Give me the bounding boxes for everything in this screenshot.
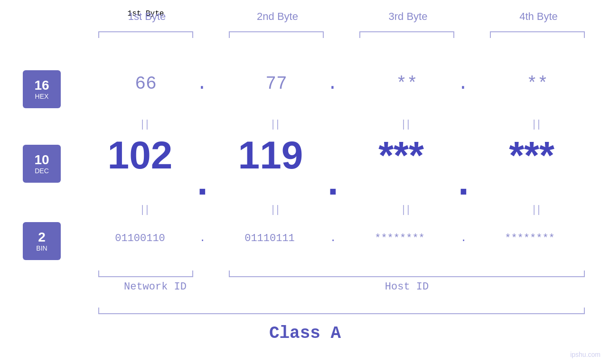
watermark: ipshu.com bbox=[570, 351, 601, 358]
network-id-label: Network ID bbox=[98, 281, 212, 293]
dec-dot1: . bbox=[197, 159, 208, 204]
network-id-bracket bbox=[98, 271, 193, 277]
bin-dot3: . bbox=[460, 233, 467, 244]
equals5: || bbox=[98, 203, 193, 215]
equals4: || bbox=[490, 118, 585, 130]
class-label: Class A bbox=[0, 324, 610, 343]
dec-byte1: 102 bbox=[88, 133, 192, 177]
bin-badge: 2 BIN bbox=[23, 222, 61, 260]
hex-dot3: . bbox=[458, 74, 469, 94]
equals3: || bbox=[359, 118, 454, 130]
bin-badge-number: 2 bbox=[38, 230, 46, 245]
hex-byte1: 66 bbox=[98, 74, 193, 94]
full-bottom-bracket bbox=[98, 308, 585, 314]
hex-badge-name: HEX bbox=[35, 93, 49, 100]
hex-badge: 16 HEX bbox=[23, 70, 61, 108]
bin-byte1: 01100110 bbox=[83, 233, 197, 244]
hex-dot2: . bbox=[327, 74, 338, 94]
equals1: || bbox=[98, 118, 193, 130]
byte1-top-bracket bbox=[98, 31, 193, 38]
host-id-bracket bbox=[229, 271, 585, 277]
byte2-top-bracket bbox=[229, 31, 324, 38]
hex-byte2: 77 bbox=[229, 74, 324, 94]
hex-dot1: . bbox=[197, 74, 207, 94]
byte1-header-label: 1st Byte bbox=[98, 10, 196, 23]
dec-byte2: 119 bbox=[218, 133, 323, 177]
dec-dot2: . bbox=[328, 159, 338, 204]
bin-byte3: ******** bbox=[343, 233, 457, 244]
byte2-header-label: 2nd Byte bbox=[229, 10, 326, 23]
dec-byte4: *** bbox=[479, 133, 584, 177]
bin-byte4: ******** bbox=[473, 233, 587, 244]
equals8: || bbox=[490, 203, 585, 215]
dec-badge-name: DEC bbox=[35, 167, 49, 175]
bin-dot1: . bbox=[199, 233, 206, 244]
byte3-header-label: 3rd Byte bbox=[359, 10, 457, 23]
hex-byte4: ** bbox=[490, 74, 585, 94]
hex-byte3: ** bbox=[359, 74, 454, 94]
bin-byte2: 01110111 bbox=[213, 233, 327, 244]
equals2: || bbox=[229, 118, 324, 130]
equals6: || bbox=[229, 203, 324, 215]
byte4-top-bracket bbox=[490, 31, 585, 38]
page: 1st Byte 1st Byte 2nd Byte 3rd Byte 4th … bbox=[0, 0, 610, 364]
dec-badge: 10 DEC bbox=[23, 145, 61, 183]
byte4-header-label: 4th Byte bbox=[490, 10, 587, 23]
bin-badge-name: BIN bbox=[36, 244, 47, 252]
hex-badge-number: 16 bbox=[34, 78, 49, 93]
dec-dot3: . bbox=[458, 159, 469, 204]
byte3-top-bracket bbox=[359, 31, 454, 38]
dec-badge-number: 10 bbox=[34, 153, 49, 168]
bin-dot2: . bbox=[330, 233, 336, 244]
dec-byte3: *** bbox=[349, 133, 453, 177]
equals7: || bbox=[359, 203, 454, 215]
host-id-label: Host ID bbox=[229, 281, 585, 293]
